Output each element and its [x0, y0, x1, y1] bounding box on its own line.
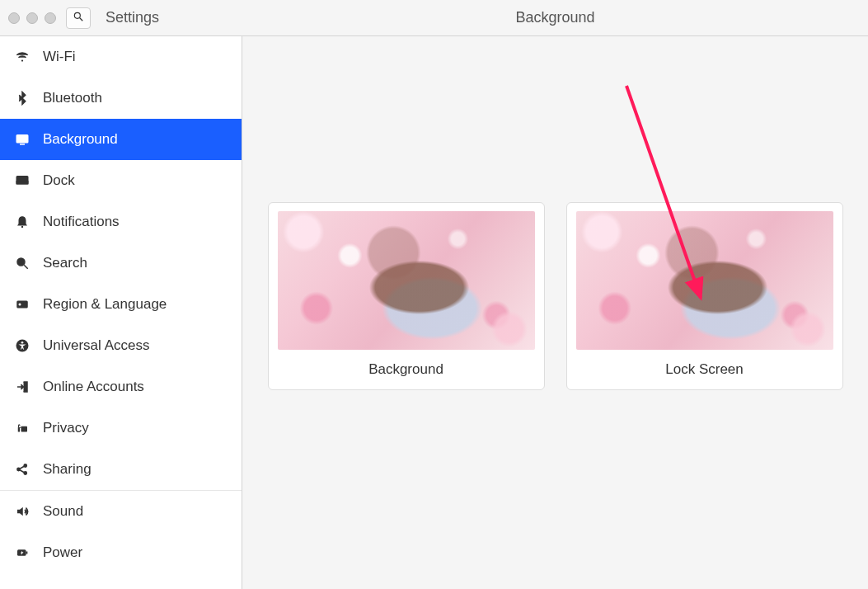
svg-point-15 — [17, 468, 20, 470]
sidebar-item-privacy[interactable]: Privacy — [0, 408, 242, 449]
svg-point-2 — [21, 59, 23, 61]
sound-icon — [15, 504, 30, 519]
background-wallpaper-card[interactable]: Background — [268, 202, 545, 390]
sidebar-item-notifications[interactable]: Notifications — [0, 201, 242, 243]
page-title: Background — [242, 9, 868, 26]
svg-line-19 — [20, 470, 24, 473]
sidebar-item-universal-access[interactable]: Universal Access — [0, 325, 242, 366]
maximize-window-button[interactable] — [45, 12, 56, 24]
sidebar-item-label: Wi-Fi — [43, 49, 76, 65]
search-icon — [15, 256, 30, 271]
sidebar-item-label: Universal Access — [43, 337, 149, 354]
sharing-icon — [15, 462, 30, 477]
svg-point-13 — [21, 342, 24, 344]
main-content: Background Lock Screen — [242, 36, 868, 589]
sidebar-item-label: Background — [43, 131, 118, 148]
search-button[interactable] — [66, 7, 91, 29]
sidebar-item-label: Bluetooth — [43, 90, 102, 106]
svg-point-16 — [24, 464, 26, 467]
svg-line-18 — [20, 466, 24, 469]
svg-line-1 — [80, 17, 83, 21]
bell-icon — [15, 214, 30, 229]
lock-screen-wallpaper-card[interactable]: Lock Screen — [566, 202, 843, 390]
close-window-button[interactable] — [8, 12, 20, 24]
svg-point-8 — [17, 258, 25, 266]
sidebar-item-background[interactable]: Background — [0, 119, 242, 160]
search-icon — [73, 11, 84, 26]
sidebar-item-online-accounts[interactable]: Online Accounts — [0, 366, 242, 408]
minimize-window-button[interactable] — [26, 12, 38, 24]
sidebar-item-label: Region & Language — [43, 296, 167, 313]
sidebar: Wi-Fi Bluetooth Background Dock Notifica — [0, 36, 242, 589]
sidebar-item-label: Power — [43, 544, 82, 561]
svg-point-17 — [24, 472, 26, 474]
sidebar-item-sound[interactable]: Sound — [0, 491, 242, 532]
sidebar-item-label: Notifications — [43, 214, 120, 230]
svg-point-7 — [21, 226, 23, 228]
svg-rect-14 — [21, 426, 28, 432]
region-icon — [15, 297, 30, 312]
sidebar-item-dock[interactable]: Dock — [0, 160, 242, 201]
sidebar-item-label: Online Accounts — [43, 379, 144, 395]
sidebar-item-label: Sharing — [43, 461, 91, 478]
sidebar-item-sharing[interactable]: Sharing — [0, 449, 242, 490]
wifi-icon — [15, 49, 30, 64]
titlebar: Settings Background — [0, 0, 868, 36]
sidebar-item-label: Dock — [43, 172, 75, 189]
svg-rect-10 — [16, 301, 28, 309]
svg-line-9 — [24, 265, 28, 269]
dock-icon — [15, 173, 30, 188]
wallpaper-preview-lockscreen — [576, 211, 833, 350]
wallpaper-preview-background — [278, 211, 535, 350]
svg-point-11 — [19, 304, 21, 306]
sidebar-item-search[interactable]: Search — [0, 243, 242, 284]
power-icon — [15, 545, 30, 560]
svg-rect-6 — [16, 181, 28, 184]
universal-access-icon — [15, 338, 30, 353]
svg-point-0 — [74, 12, 80, 18]
privacy-icon — [15, 421, 30, 436]
bluetooth-icon — [15, 91, 30, 106]
sidebar-item-wifi[interactable]: Wi-Fi — [0, 36, 242, 78]
wallpaper-caption: Background — [269, 350, 544, 389]
sidebar-item-label: Search — [43, 255, 87, 271]
sidebar-item-region[interactable]: Region & Language — [0, 284, 242, 325]
app-title: Settings — [106, 9, 159, 26]
svg-rect-3 — [16, 135, 28, 143]
wallpaper-caption: Lock Screen — [567, 350, 842, 389]
window-controls — [0, 12, 56, 24]
background-icon — [15, 132, 30, 147]
svg-rect-21 — [26, 552, 28, 554]
online-accounts-icon — [15, 379, 30, 394]
sidebar-item-label: Sound — [43, 503, 83, 520]
sidebar-item-label: Privacy — [43, 420, 89, 436]
sidebar-item-bluetooth[interactable]: Bluetooth — [0, 78, 242, 119]
sidebar-item-power[interactable]: Power — [0, 532, 242, 573]
